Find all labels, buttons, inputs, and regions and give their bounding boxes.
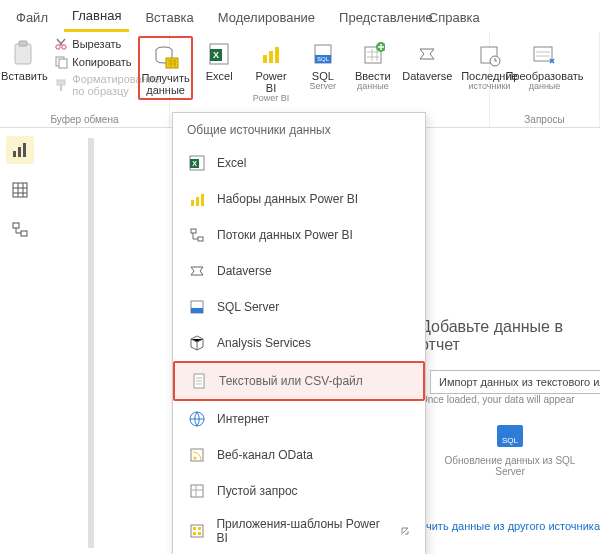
sql-label2: Server bbox=[310, 82, 337, 92]
powerbi-button[interactable]: Power BI Power BI bbox=[245, 36, 297, 106]
sql-button[interactable]: SQL SQL Server bbox=[299, 36, 347, 94]
dataverse-icon bbox=[415, 38, 439, 70]
svg-point-43 bbox=[194, 457, 197, 460]
dd-excel[interactable]: X Excel bbox=[173, 145, 425, 181]
dd-pbi-datasets-label: Наборы данных Power BI bbox=[217, 192, 358, 206]
excel-icon: X bbox=[187, 153, 207, 173]
tab-home[interactable]: Главная bbox=[64, 4, 129, 32]
paste-button[interactable]: Вставить bbox=[0, 36, 48, 84]
svg-rect-23 bbox=[534, 47, 552, 61]
dd-dataverse-label: Dataverse bbox=[217, 264, 272, 278]
copy-label: Копировать bbox=[72, 56, 131, 68]
dd-template-apps[interactable]: Приложения-шаблоны Power BI bbox=[173, 509, 425, 553]
sql-card-caption: Обновление данных из SQL Server bbox=[430, 455, 590, 477]
svg-rect-49 bbox=[198, 532, 201, 535]
powerbi-icon bbox=[187, 189, 207, 209]
dd-odata[interactable]: Веб-канал OData bbox=[173, 437, 425, 473]
svg-rect-44 bbox=[191, 485, 203, 497]
svg-rect-36 bbox=[191, 229, 196, 233]
sql-badge-icon: SQL bbox=[497, 425, 523, 447]
dd-blank[interactable]: Пустой запрос bbox=[173, 473, 425, 509]
dd-dataverse[interactable]: Dataverse bbox=[173, 253, 425, 289]
tab-file[interactable]: Файл bbox=[8, 6, 56, 31]
paste-icon bbox=[11, 38, 37, 70]
copy-icon bbox=[54, 55, 68, 69]
pbi-label1: Power BI bbox=[249, 70, 293, 94]
dd-analysis[interactable]: Analysis Services bbox=[173, 325, 425, 361]
svg-rect-33 bbox=[191, 200, 194, 206]
enter-label2: данные bbox=[357, 82, 389, 92]
get-data-label1: Получить bbox=[141, 72, 189, 84]
dd-web-label: Интернет bbox=[217, 412, 269, 426]
cut-label: Вырезать bbox=[72, 38, 121, 50]
get-data-button[interactable]: Получить данные bbox=[138, 36, 193, 100]
svg-rect-34 bbox=[196, 197, 199, 206]
sql-icon: SQL bbox=[311, 38, 335, 70]
svg-rect-26 bbox=[23, 143, 26, 157]
svg-rect-46 bbox=[193, 527, 196, 530]
svg-rect-6 bbox=[57, 80, 65, 85]
report-view-button[interactable] bbox=[6, 136, 34, 164]
dd-analysis-label: Analysis Services bbox=[217, 336, 311, 350]
pbi-group-label-sub: Power BI bbox=[253, 94, 290, 104]
svg-point-2 bbox=[56, 45, 60, 49]
dataverse-label: Dataverse bbox=[402, 70, 452, 82]
clipboard-group-label: Буфер обмена bbox=[51, 112, 119, 125]
svg-text:X: X bbox=[192, 160, 197, 167]
canvas-subtitle: Once loaded, your data will appear bbox=[420, 394, 600, 405]
canvas-scrollbar[interactable] bbox=[88, 138, 94, 548]
model-icon bbox=[11, 221, 29, 239]
dd-blank-label: Пустой запрос bbox=[217, 484, 298, 498]
tab-modeling[interactable]: Моделирование bbox=[210, 6, 323, 31]
enter-data-button[interactable]: Ввести данные bbox=[349, 36, 397, 94]
dropdown-header: Общие источники данных bbox=[173, 113, 425, 145]
svg-rect-47 bbox=[198, 527, 201, 530]
svg-rect-7 bbox=[60, 85, 62, 91]
excel-label: Excel bbox=[206, 70, 233, 82]
powerbi-icon bbox=[259, 38, 283, 70]
dd-sql[interactable]: SQL Server bbox=[173, 289, 425, 325]
globe-icon bbox=[187, 409, 207, 429]
transform-data-button[interactable]: Преобразовать данные bbox=[501, 36, 587, 94]
dd-pbi-flows[interactable]: Потоки данных Power BI bbox=[173, 217, 425, 253]
dd-pbi-flows-label: Потоки данных Power BI bbox=[217, 228, 353, 242]
transform-icon bbox=[530, 38, 558, 70]
svg-rect-15 bbox=[275, 47, 279, 63]
sql-card[interactable]: SQL Обновление данных из SQL Server bbox=[420, 415, 600, 487]
model-view-button[interactable] bbox=[6, 216, 34, 244]
data-view-button[interactable] bbox=[6, 176, 34, 204]
dd-odata-label: Веб-канал OData bbox=[217, 448, 313, 462]
dd-web[interactable]: Интернет bbox=[173, 401, 425, 437]
transform-label2: данные bbox=[529, 82, 561, 92]
tab-insert[interactable]: Вставка bbox=[137, 6, 201, 31]
svg-rect-14 bbox=[269, 51, 273, 63]
svg-rect-48 bbox=[193, 532, 196, 535]
svg-rect-13 bbox=[263, 55, 267, 63]
dd-sql-label: SQL Server bbox=[217, 300, 279, 314]
svg-rect-5 bbox=[59, 59, 67, 68]
other-source-link[interactable]: Получить данные из другого источника bbox=[400, 520, 600, 532]
get-data-label2: данные bbox=[146, 84, 185, 96]
csv-tooltip: Импорт данных из текстового или CSV-файл… bbox=[430, 370, 600, 394]
excel-button[interactable]: X Excel bbox=[195, 36, 243, 84]
sql-icon bbox=[187, 297, 207, 317]
svg-rect-29 bbox=[21, 231, 27, 236]
dd-csv-label: Текстовый или CSV-файл bbox=[219, 374, 363, 388]
blank-query-icon bbox=[187, 481, 207, 501]
tab-help[interactable]: Справка bbox=[421, 6, 488, 31]
dd-pbi-datasets[interactable]: Наборы данных Power BI bbox=[173, 181, 425, 217]
template-icon bbox=[187, 521, 206, 541]
dd-template-label: Приложения-шаблоны Power BI bbox=[216, 517, 389, 545]
dataverse-button[interactable]: Dataverse bbox=[399, 36, 456, 84]
dd-csv[interactable]: Текстовый или CSV-файл bbox=[173, 361, 425, 401]
svg-rect-28 bbox=[13, 223, 19, 228]
dataflow-icon bbox=[187, 225, 207, 245]
queries-group-label: Запросы bbox=[524, 112, 564, 125]
table-icon bbox=[11, 181, 29, 199]
svg-rect-35 bbox=[201, 194, 204, 206]
file-icon bbox=[189, 371, 209, 391]
get-data-dropdown: Общие источники данных X Excel Наборы да… bbox=[172, 112, 426, 554]
cube-icon bbox=[187, 333, 207, 353]
svg-rect-27 bbox=[13, 183, 27, 197]
svg-rect-0 bbox=[15, 44, 31, 64]
